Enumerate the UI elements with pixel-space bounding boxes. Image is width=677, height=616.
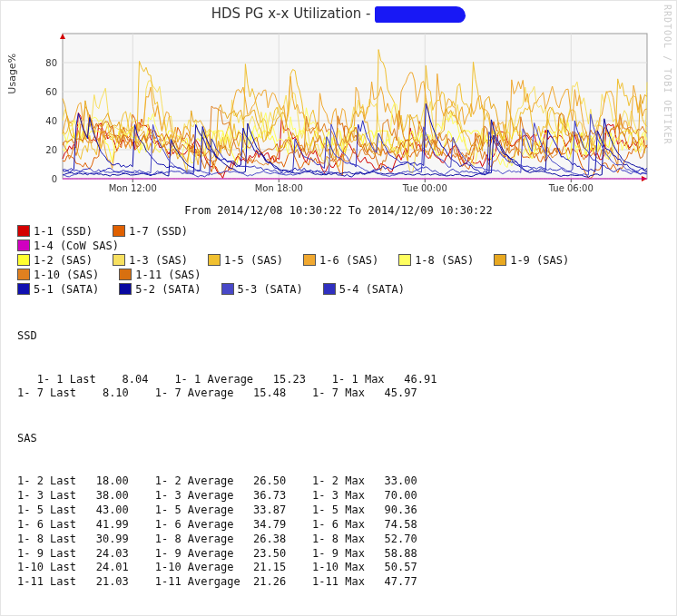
legend-swatch [494,254,506,266]
legend-label: 1-4 (CoW SAS) [34,240,119,252]
chart-canvas: 020406080Mon 12:00Mon 18:00Tue 00:00Tue … [28,28,654,200]
legend-row: 1-10 (SAS)1-11 (SAS) [17,268,676,282]
svg-text:Mon 12:00: Mon 12:00 [109,183,157,193]
svg-text:Tue 00:00: Tue 00:00 [402,183,447,193]
legend-label: 1-2 (SAS) [34,254,93,267]
legend-label: 1-9 (SAS) [510,254,569,267]
legend-label: 1-8 (SAS) [415,254,474,267]
legend-label: 1-3 (SAS) [129,254,188,267]
legend-label: 1-5 (SAS) [224,254,283,267]
legend-row: 1-4 (CoW SAS) [17,239,676,253]
legend-swatch [17,269,30,280]
section-ssd-header: SSD [17,329,676,344]
svg-text:Tue 06:00: Tue 06:00 [548,183,594,193]
legend-label: 1-11 (SAS) [135,269,201,281]
legend-label: 5-4 (SATA) [339,283,405,296]
plot-area: Usage% 020406080Mon 12:00Mon 18:00Tue 00… [28,28,676,200]
section-ssd-rows: 1- 1 Last 8.04 1- 1 Average 15.23 1- 1 M… [17,373,676,402]
chart-title: HDS PG x-x Utilization - [1,1,676,23]
svg-text:0: 0 [52,174,57,184]
legend-row: 1-1 (SSD)1-7 (SSD) [17,224,676,239]
svg-text:40: 40 [45,116,57,126]
legend-swatch [208,254,221,266]
time-range-caption: From 2014/12/08 10:30:22 To 2014/12/09 1… [1,204,676,217]
legend-swatch [17,283,30,295]
stats-block: SSD 1- 1 Last 8.04 1- 1 Average 15.23 1-… [17,298,676,616]
legend-swatch [17,240,30,251]
legend-label: 1-1 (SSD) [34,225,93,238]
legend-label: 5-3 (SATA) [238,283,303,296]
legend-swatch [17,254,30,266]
legend-swatch [119,283,132,295]
legend-label: 1-7 (SSD) [129,225,188,238]
legend-label: 5-2 (SATA) [135,283,201,296]
legend-swatch [113,225,125,237]
legend-swatch [303,254,316,266]
legend-row: 1-2 (SAS)1-3 (SAS)1-5 (SAS)1-6 (SAS)1-8 … [17,253,676,268]
redacted-block [375,6,466,23]
chart-title-text: HDS PG x-x Utilization - [211,5,376,22]
legend-swatch [17,225,30,237]
y-axis-label: Usage% [6,53,18,93]
legend-label: 1-10 (SAS) [34,269,99,281]
svg-text:Mon 18:00: Mon 18:00 [255,183,303,193]
legend-swatch [398,254,411,266]
svg-text:80: 80 [45,58,57,68]
legend-label: 1-6 (SAS) [319,254,378,267]
rrdtool-graph-output: RRDTOOL / TOBI OETIKER HDS PG x-x Utiliz… [0,0,677,616]
legend-swatch [119,269,132,280]
legend-swatch [113,254,125,266]
section-sas-header: SAS [17,432,676,446]
svg-text:20: 20 [45,145,57,155]
legend-row: 5-1 (SATA)5-2 (SATA)5-3 (SATA)5-4 (SATA) [17,282,676,297]
svg-text:60: 60 [45,87,57,97]
legend: 1-1 (SSD)1-7 (SSD)1-4 (CoW SAS)1-2 (SAS)… [17,224,676,298]
legend-swatch [323,283,336,295]
section-sas-rows: 1- 2 Last 18.00 1- 2 Average 26.50 1- 2 … [17,474,676,590]
legend-swatch [221,283,234,295]
legend-label: 5-1 (SATA) [34,283,99,296]
